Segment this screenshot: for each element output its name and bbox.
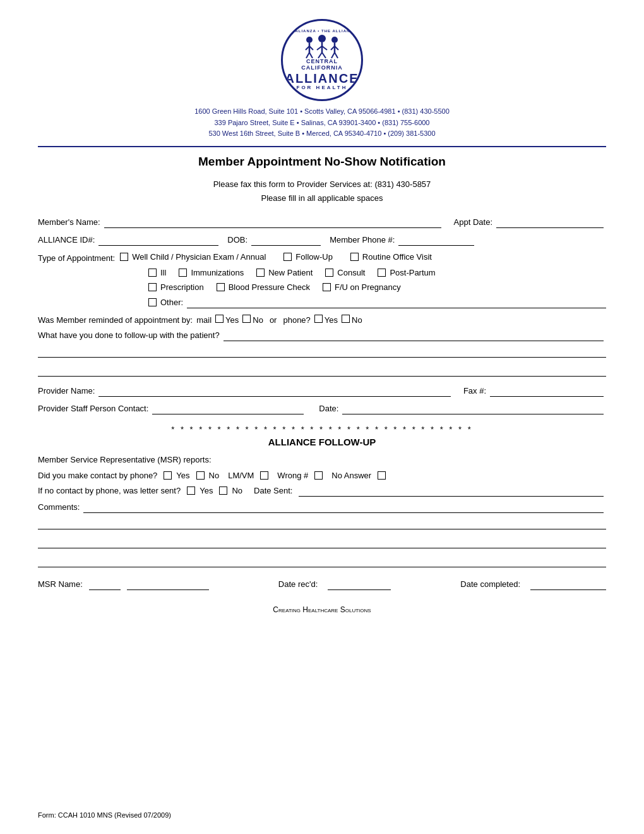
phone-label: phone? xyxy=(283,315,310,325)
new-patient-checkbox[interactable] xyxy=(256,269,265,277)
blood-pressure-checkbox[interactable] xyxy=(217,283,225,291)
mail-yes-checkbox[interactable] xyxy=(215,315,224,323)
fax-input[interactable] xyxy=(490,385,604,397)
wrong-checkbox[interactable] xyxy=(314,471,323,480)
date-sent-input[interactable] xyxy=(299,485,604,497)
msr-name-input1[interactable] xyxy=(89,579,121,590)
address-block: 1600 Green Hills Road, Suite 101 • Scott… xyxy=(38,106,606,140)
member-name-label: Member's Name: xyxy=(38,217,100,227)
letter-no-checkbox[interactable] xyxy=(219,486,227,495)
provider-name-row: Provider Name: Fax #: xyxy=(38,385,606,397)
date-recd-label: Date rec'd: xyxy=(278,579,318,589)
address-line3: 530 West 16th Street, Suite B • Merced, … xyxy=(38,128,606,140)
address-line1: 1600 Green Hills Road, Suite 101 • Scott… xyxy=(38,106,606,118)
logo-california: CALIFORNIA xyxy=(301,65,343,71)
fu-pregnancy-label: F/U on Pregnancy xyxy=(335,282,401,292)
blood-pressure-label: Blood Pressure Check xyxy=(229,282,310,292)
svg-line-11 xyxy=(322,52,326,58)
phone-no-label: No xyxy=(352,315,362,325)
alliance-id-input[interactable] xyxy=(98,234,218,246)
reminded-row: Was Member reminded of appointment by: m… xyxy=(38,315,606,325)
stars-divider: * * * * * * * * * * * * * * * * * * * * … xyxy=(38,425,606,434)
member-name-row: Member's Name: Appt Date: xyxy=(38,217,606,228)
routine-office-checkbox[interactable] xyxy=(350,253,359,261)
well-child-label: Well Child / Physician Exam / Annual xyxy=(132,252,266,262)
provider-name-label: Provider Name: xyxy=(38,386,95,396)
comments-label: Comments: xyxy=(38,502,80,512)
followup-patient-input[interactable] xyxy=(224,330,604,341)
alliance-id-label: ALLIANCE ID#: xyxy=(38,235,95,245)
msr-name-input2[interactable] xyxy=(127,579,209,590)
alliance-id-row: ALLIANCE ID#: DOB: Member Phone #: xyxy=(38,234,606,246)
ill-checkbox[interactable] xyxy=(148,269,157,277)
appt-type-row1: Type of Appointment: Well Child / Physic… xyxy=(38,252,606,263)
post-partum-checkbox[interactable] xyxy=(378,269,386,277)
logo-area: LA ALIANZA • THE ALLIANCE xyxy=(38,19,606,102)
appt-date-input[interactable] xyxy=(496,217,604,228)
letter-sent-label: If no contact by phone, was letter sent? xyxy=(38,486,181,495)
comments-row: Comments: xyxy=(38,502,606,513)
no-answer-checkbox[interactable] xyxy=(378,471,386,480)
phone-yes-checkbox[interactable] xyxy=(314,315,323,323)
type-of-appt-label: Type of Appointment: xyxy=(38,253,115,263)
fax-label: Fax #: xyxy=(463,386,486,396)
date-input[interactable] xyxy=(342,403,604,414)
mail-no-checkbox[interactable] xyxy=(242,315,251,323)
appt-checkbox-group1: Well Child / Physician Exam / Annual Fol… xyxy=(120,252,432,262)
prescription-checkbox[interactable] xyxy=(148,283,157,291)
header-divider xyxy=(38,146,606,147)
blank-line-5 xyxy=(38,555,606,567)
logo-circle: LA ALIANZA • THE ALLIANCE xyxy=(281,19,363,101)
dob-input[interactable] xyxy=(251,234,321,246)
appt-date-label: Appt Date: xyxy=(454,217,492,227)
letter-yes-label: Yes xyxy=(200,486,213,495)
contact-no-checkbox[interactable] xyxy=(196,471,205,480)
svg-point-0 xyxy=(306,37,313,43)
provider-name-input[interactable] xyxy=(98,385,451,397)
contact-phone-row: Did you make contact by phone? Yes No LM… xyxy=(38,471,606,480)
form-title: Member Appointment No-Show Notification xyxy=(38,155,606,169)
form-subtitle: Please fax this form to Provider Service… xyxy=(38,178,606,205)
appt-type-row3: Prescription Blood Pressure Check F/U on… xyxy=(148,282,606,292)
date-completed-input[interactable] xyxy=(530,579,606,590)
consult-checkbox[interactable] xyxy=(325,269,333,277)
follow-up-label: Follow-Up xyxy=(295,252,333,262)
blank-line-4 xyxy=(38,536,606,548)
well-child-checkbox[interactable] xyxy=(120,253,128,261)
reminded-label: Was Member reminded of appointment by: xyxy=(38,315,193,325)
member-phone-input[interactable] xyxy=(398,234,474,246)
other-label: Other: xyxy=(160,298,183,307)
msr-name-label: MSR Name: xyxy=(38,579,83,589)
alliance-follow-up-title: ALLIANCE FOLLOW-UP xyxy=(38,437,606,447)
immunizations-checkbox[interactable] xyxy=(179,269,187,277)
form-section: Member's Name: Appt Date: ALLIANCE ID#: … xyxy=(38,217,606,590)
followup-patient-row: What have you done to follow-up with the… xyxy=(38,330,606,341)
date-recd-input[interactable] xyxy=(328,579,391,590)
other-input[interactable] xyxy=(187,297,606,308)
post-partum-label: Post-Partum xyxy=(390,268,435,277)
contact-yes-checkbox[interactable] xyxy=(164,471,172,480)
other-checkbox[interactable] xyxy=(148,298,157,306)
msr-reports-label: Member Service Representative (MSR) repo… xyxy=(38,455,606,464)
logo-top-text: LA ALIANZA • THE ALLIANCE xyxy=(287,29,357,33)
mail-no-label: No xyxy=(253,315,263,325)
member-name-input[interactable] xyxy=(104,217,441,228)
dob-label: DOB: xyxy=(227,235,247,245)
contact-phone-label: Did you make contact by phone? xyxy=(38,471,157,480)
no-answer-label: No Answer xyxy=(331,471,371,480)
phone-no-checkbox[interactable] xyxy=(342,315,350,323)
svg-line-10 xyxy=(318,52,322,58)
ill-label: Ill xyxy=(160,268,166,277)
date-completed-label: Date completed: xyxy=(460,579,520,589)
lmvm-checkbox[interactable] xyxy=(260,471,268,480)
followup-patient-label: What have you done to follow-up with the… xyxy=(38,330,220,340)
provider-staff-input[interactable] xyxy=(152,403,304,414)
letter-yes-checkbox[interactable] xyxy=(187,486,195,495)
phone-yes-label: Yes xyxy=(325,315,338,325)
wrong-label: Wrong # xyxy=(277,471,308,480)
logo-figures-icon xyxy=(303,35,341,59)
follow-up-checkbox[interactable] xyxy=(283,253,292,261)
letter-no-label: No xyxy=(232,486,242,495)
comments-input[interactable] xyxy=(83,502,604,513)
fu-pregnancy-checkbox[interactable] xyxy=(323,283,331,291)
